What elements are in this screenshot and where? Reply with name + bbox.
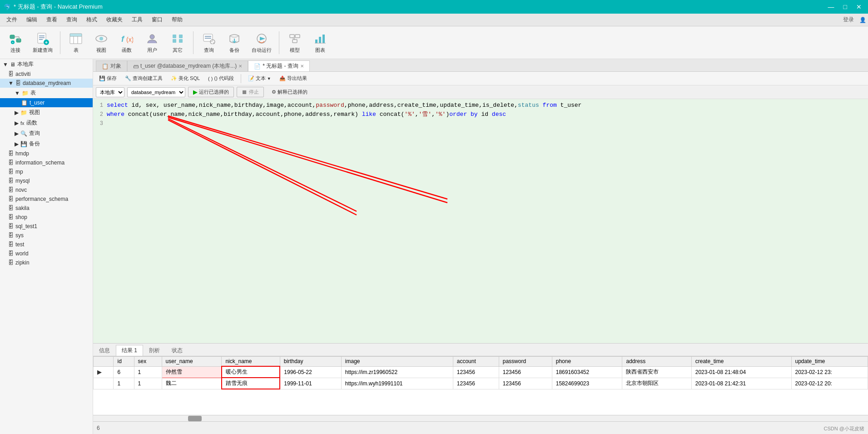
tables-expand-icon: ▼ [15,90,20,96]
user-icon [145,31,159,46]
localdb-icon: 🖥 [10,61,15,68]
run-icon: ▶ [193,89,198,95]
sidebar-item-world[interactable]: 🗄 world [0,249,93,258]
sidebar-item-functions[interactable]: ▶ fx 函数 [0,118,93,128]
menu-window[interactable]: 窗口 [147,14,167,25]
sidebar-item-tables[interactable]: ▼ 📁 表 [0,88,93,98]
svg-rect-22 [173,35,176,38]
result-tab-status[interactable]: 状态 [166,345,188,356]
menu-format[interactable]: 格式 [82,14,102,25]
other-group[interactable]: 其它 [166,29,189,56]
db-select[interactable]: database_mydream [127,87,185,97]
query-group[interactable]: 查询 [197,29,221,56]
sidebar-item-test[interactable]: 🗄 test [0,240,93,249]
table-group[interactable]: 表 [64,29,88,56]
text-button[interactable]: 📝 文本 ▼ [245,74,274,83]
backup-group[interactable]: 备份 [223,29,246,56]
beautify-sql-button[interactable]: ✨ 美化 SQL [168,74,203,83]
sidebar-item-database-mydream[interactable]: ▼ 🗄 database_mydream [0,79,93,88]
sidebar-item-hmdp[interactable]: 🗄 hmdp [0,149,93,158]
sidebar-item-sakila[interactable]: 🗄 sakila [0,204,93,213]
menu-edit[interactable]: 编辑 [22,14,42,25]
result-tab-results[interactable]: 结果 1 [116,345,143,356]
annotation-overlay [93,99,868,343]
mp-icon: 🗄 [8,169,14,175]
stop-button[interactable]: ⏹ 停止 [237,87,264,97]
explain-button[interactable]: ⚙ 解释已选择的 [267,87,312,97]
menu-help[interactable]: 帮助 [167,14,187,25]
connect-group[interactable]: + 连接 [4,29,27,56]
row1-address: 陕西省西安市 [622,366,691,378]
localdb-label: 本地库 [17,60,34,68]
beautify-label: 美化 SQL [179,75,200,82]
table-row-1[interactable]: ▶ 6 1 仲然雪 暖心男生 1996-05-22 https://im.zr1… [94,366,868,378]
results-container: 信息 结果 1 剖析 状态 [93,343,868,434]
function-group[interactable]: f (x) 函数 [115,29,139,56]
sidebar-item-sys[interactable]: 🗄 sys [0,231,93,240]
menu-file[interactable]: 文件 [2,14,22,25]
minimize-button[interactable]: — [825,2,837,11]
local-db-select[interactable]: 本地库 [96,87,124,97]
menu-tools[interactable]: 工具 [127,14,147,25]
col-birthday: birthday [280,357,341,367]
sidebar-item-novc[interactable]: 🗄 novc [0,185,93,195]
sakila-icon: 🗄 [8,205,14,211]
sidebar-item-mysql[interactable]: 🗄 mysql [0,176,93,185]
sidebar-item-activiti[interactable]: 🗄 activiti [0,70,93,79]
close-button[interactable]: ✕ [853,2,864,11]
sidebar-item-backups[interactable]: ▶ 💾 备份 [0,139,93,149]
sidebar-item-queries[interactable]: ▶ 🔍 查询 [0,128,93,139]
row2-nickname: 踏雪无痕 [222,378,280,389]
model-group[interactable]: 模型 [283,29,307,56]
row2-username: 魏二 [162,378,222,389]
user-group[interactable]: 用户 [140,29,164,56]
row2-birthday: 1999-11-01 [280,378,341,389]
login-label[interactable]: 登录 [843,16,854,24]
col-address: address [622,357,691,367]
autorun-label: 自动运行 [252,47,272,54]
maximize-button[interactable]: □ [841,2,850,11]
sidebar-item-localdb[interactable]: ▼ 🖥 本地库 [0,59,93,70]
sidebar-item-mp[interactable]: 🗄 mp [0,167,93,176]
sidebar-item-infschema[interactable]: 🗄 information_schema [0,158,93,167]
sql-editor[interactable]: 1 select id, sex, user_name,nick_name,bi… [93,99,868,343]
sidebar-item-zipkin[interactable]: 🗄 zipkin [0,258,93,267]
sidebar-item-shop[interactable]: 🗄 shop [0,213,93,222]
tab-query-close[interactable]: ✕ [300,64,304,69]
chart-group[interactable]: 图表 [308,29,332,56]
sqltest1-icon: 🗄 [8,223,14,229]
result-tab-profile[interactable]: 剖析 [143,345,166,356]
tab-objects[interactable]: 📋 对象 [96,60,127,71]
result-table-wrapper[interactable]: id sex user_name nick_name birthday imag… [93,356,868,415]
save-button[interactable]: 💾 保存 [96,74,120,83]
svg-rect-16 [70,34,82,36]
view-group[interactable]: 视图 [89,29,113,56]
menu-view[interactable]: 查看 [42,14,62,25]
query-builder-label: 查询创建工具 [133,75,163,82]
db-label: database_mydream [23,80,71,86]
tab-query[interactable]: 📄 * 无标题 - 查询 ✕ [248,60,310,71]
scroll-area[interactable] [93,415,868,421]
sidebar-item-sqltest1[interactable]: 🗄 sql_test1 [0,222,93,231]
tab-tuser[interactable]: 🗃 t_user @database_mydream (本地库...) ✕ [127,60,248,71]
tab-tuser-close[interactable]: ✕ [238,64,242,69]
result-tab-info[interactable]: 信息 [93,345,116,356]
app-icon: 🐬 [4,4,11,10]
sidebar-item-perfschema[interactable]: 🗄 performance_schema [0,195,93,204]
query-builder-button[interactable]: 🔧 查询创建工具 [122,74,166,83]
sys-label: sys [15,232,24,239]
menu-query[interactable]: 查询 [62,14,82,25]
sidebar-item-views[interactable]: ▶ 📁 视图 [0,107,93,118]
export-result-button[interactable]: 📤 导出结果 [276,74,310,83]
table-row-2[interactable]: 1 1 魏二 踏雪无痕 1999-11-01 https://im.wyh199… [94,378,868,389]
code-snippet-button[interactable]: ( ) () 代码段 [205,74,237,83]
new-query-group[interactable]: + 新建查询 [29,29,56,56]
svg-rect-33 [295,35,300,38]
query-label: 查询 [204,47,214,54]
autorun-group[interactable]: 自动运行 [248,29,275,56]
scroll-thumb[interactable] [188,416,202,421]
col-account: account [453,357,499,367]
run-selected-button[interactable]: ▶ 运行已选择的 [188,87,234,97]
sidebar-item-tuser[interactable]: 📋 t_user [0,98,93,107]
menu-favorites[interactable]: 收藏夹 [102,14,127,25]
